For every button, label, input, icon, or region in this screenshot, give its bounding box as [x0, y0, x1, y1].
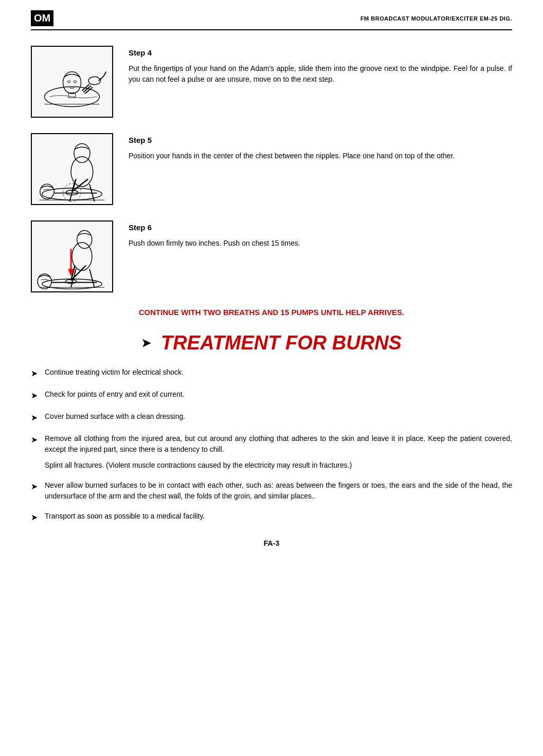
svg-point-4: [74, 81, 77, 83]
step4-image: [31, 46, 113, 118]
step4-content: Step 4 Put the fingertips of your hand o…: [129, 46, 512, 85]
treatment-section-header: ➤ TREATMENT FOR BURNS: [31, 332, 512, 354]
bullet-arrow-4: ➤: [31, 434, 38, 446]
svg-point-10: [74, 143, 90, 162]
bullet-text-1: Continue treating victim for electrical …: [45, 367, 512, 378]
step4-section: Step 4 Put the fingertips of your hand o…: [31, 46, 512, 118]
step5-image: [31, 133, 113, 205]
bullet-arrow-1: ➤: [31, 367, 38, 380]
header: OM FM BROADCAST MODULATOR/EXCITER EM-25 …: [31, 10, 512, 30]
bullet-item-1: ➤ Continue treating victim for electrica…: [31, 367, 512, 380]
svg-point-15: [38, 274, 51, 289]
step4-title: Step 4: [129, 48, 512, 57]
step6-content: Step 6 Push down firmly two inches. Push…: [129, 220, 512, 249]
bullet-item-4: ➤ Remove all clothing from the injured a…: [31, 433, 512, 471]
continue-notice: CONTINUE WITH TWO BREATHS AND 15 PUMPS U…: [31, 308, 512, 317]
bullet-text-4: Remove all clothing from the injured are…: [45, 433, 512, 471]
step5-title: Step 5: [129, 136, 512, 144]
svg-point-1: [63, 72, 81, 94]
footer: FA-3: [31, 539, 512, 547]
bullet-arrow-5: ➤: [31, 481, 38, 493]
step6-text: Push down firmly two inches. Push on che…: [129, 238, 512, 249]
bullet-item-6: ➤ Transport as soon as possible to a med…: [31, 511, 512, 524]
step5-content: Step 5 Position your hands in the center…: [129, 133, 512, 161]
logo: OM: [31, 10, 53, 26]
bullet-list: ➤ Continue treating victim for electrica…: [31, 367, 512, 524]
step6-section: Step 6 Push down firmly two inches. Push…: [31, 220, 512, 292]
step5-section: Step 5 Position your hands in the center…: [31, 133, 512, 205]
svg-point-3: [67, 81, 70, 83]
step5-text: Position your hands in the center of the…: [129, 151, 512, 161]
svg-point-9: [71, 157, 93, 187]
bullet-item-3: ➤ Cover burned surface with a clean dres…: [31, 411, 512, 424]
bullet-text-2: Check for points of entry and exit of cu…: [45, 389, 512, 400]
bullet-text-6: Transport as soon as possible to a medic…: [45, 511, 512, 522]
bullet-arrow-2: ➤: [31, 390, 38, 402]
bullet-text-3: Cover burned surface with a clean dressi…: [45, 411, 512, 422]
step6-title: Step 6: [129, 223, 512, 232]
step6-image: [31, 220, 113, 292]
header-title: FM BROADCAST MODULATOR/EXCITER EM-25 DIG…: [360, 15, 512, 22]
bullet-text-5: Never allow burned surfaces to be in con…: [45, 480, 512, 502]
bullet-item-2: ➤ Check for points of entry and exit of …: [31, 389, 512, 402]
section-title: TREATMENT FOR BURNS: [161, 332, 402, 354]
bullet-arrow-3: ➤: [31, 412, 38, 424]
bullet-item-5: ➤ Never allow burned surfaces to be in c…: [31, 480, 512, 502]
bullet-arrow-6: ➤: [31, 511, 38, 524]
bullet-subtext-4: Splint all fractures. (Violent muscle co…: [45, 460, 512, 471]
page: OM FM BROADCAST MODULATOR/EXCITER EM-25 …: [0, 0, 543, 756]
section-arrow: ➤: [141, 337, 151, 350]
step4-text: Put the fingertips of your hand on the A…: [129, 63, 512, 85]
